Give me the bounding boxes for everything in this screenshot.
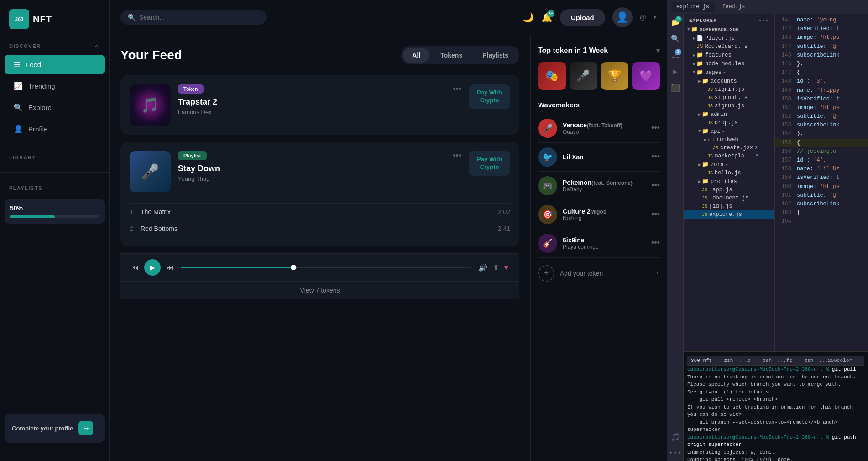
term-line-13: Enumerating objects: 9, done. bbox=[687, 449, 864, 456]
dark-mode-button[interactable]: 🌙 bbox=[523, 12, 534, 23]
vscode-menu-dots[interactable]: ••• bbox=[669, 449, 682, 457]
filter-tokens[interactable]: Tokens bbox=[431, 48, 471, 63]
search-input[interactable] bbox=[139, 14, 259, 21]
player-progress[interactable] bbox=[181, 267, 471, 268]
vscode-extensions-icon[interactable]: ⬛ bbox=[671, 84, 680, 93]
terminal-tab-4[interactable]: ...256color bbox=[819, 358, 852, 363]
vscode-run-icon[interactable]: ▶ bbox=[673, 67, 678, 76]
exp-item-accounts[interactable]: ▶ 📁 accounts bbox=[684, 77, 774, 85]
wm-menu-6ix9ine[interactable]: ••• bbox=[651, 238, 660, 248]
view-tokens-bar: View 7 tokens bbox=[120, 281, 519, 299]
exp-item-signup[interactable]: ▶ JS signup.js bbox=[684, 102, 774, 110]
search-icon: 🔍 bbox=[128, 14, 136, 21]
vscode-git-icon[interactable]: ⎇ 2 bbox=[671, 51, 680, 60]
exp-item-create[interactable]: ▶ JS create.jsx 3 bbox=[684, 144, 774, 152]
token-thumb-1[interactable]: 🎭 bbox=[538, 62, 566, 90]
exp-item-document[interactable]: ▶ JS _document.js bbox=[684, 194, 774, 202]
card-menu-playlist[interactable]: ••• bbox=[453, 151, 461, 161]
sidebar-item-explore[interactable]: 🔍 Explore bbox=[5, 98, 105, 117]
vscode-explorer-tree: EXPLORER ••• ▼ 📁 SUPERHACK-360 ▶ 📄 Playe… bbox=[684, 14, 775, 351]
exp-item-id[interactable]: ▶ JS [id].js bbox=[684, 202, 774, 210]
exp-item-api[interactable]: ▼ 📁 api ● bbox=[684, 127, 774, 136]
wm-sub-pokemon: DaBaby bbox=[563, 186, 646, 193]
exp-item-app[interactable]: ▶ JS _app.js bbox=[684, 186, 774, 194]
add-token-row[interactable]: + Add your token → bbox=[538, 265, 660, 282]
avatar[interactable]: 👤 bbox=[612, 7, 633, 27]
vscode-avatar-icon[interactable]: 🎵 bbox=[671, 433, 680, 442]
exp-item-features[interactable]: ▶ 📁 features bbox=[684, 51, 774, 59]
wm-info-culture2: Culture 2Migos Nothing bbox=[563, 208, 646, 221]
exp-item-signin[interactable]: ▶ JS signin.js bbox=[684, 85, 774, 94]
notification-button[interactable]: 🔔 6+ bbox=[541, 12, 553, 23]
filter-playlists[interactable]: Playlists bbox=[473, 48, 518, 63]
token-thumb-4[interactable]: 💜 bbox=[632, 62, 660, 90]
progress-container: 50% bbox=[5, 199, 105, 224]
track-item-1[interactable]: 1 The Matrix 2:02 bbox=[130, 203, 510, 220]
exp-item-profiles[interactable]: ▶ 📁 profiles bbox=[684, 177, 774, 186]
vscode-tab-feed[interactable]: feed.js bbox=[716, 2, 750, 12]
top-token-dropdown[interactable]: ▾ bbox=[656, 46, 660, 55]
logo: 360 NFT bbox=[0, 9, 109, 43]
exp-item-zora[interactable]: ▶ 📁 zora ● bbox=[684, 160, 774, 169]
exp-item-pages[interactable]: ▼ 📁 pages ● bbox=[684, 68, 774, 77]
dropdown-arrow-icon[interactable]: ▾ bbox=[654, 14, 656, 21]
card-title-stayd: Stay Down bbox=[178, 164, 445, 173]
complete-profile-button[interactable]: → bbox=[78, 421, 93, 435]
exp-item-marketplace[interactable]: ▶ JS marketpla... 5 bbox=[684, 152, 774, 160]
search-box[interactable]: 🔍 bbox=[120, 10, 267, 25]
card-thumbnail-stayd bbox=[130, 151, 171, 192]
explorer-project[interactable]: ▼ 📁 SUPERHACK-360 bbox=[684, 25, 774, 34]
exp-item-signout[interactable]: ▶ JS signout.js bbox=[684, 94, 774, 102]
exp-item-routeguard[interactable]: ▶ JS RouteGuard.js bbox=[684, 42, 774, 51]
exp-item-drop[interactable]: ▶ JS drop.js bbox=[684, 119, 774, 127]
player-share-button[interactable]: ⬆ bbox=[493, 263, 499, 272]
wm-menu-versace[interactable]: ••• bbox=[651, 123, 660, 133]
player-track[interactable] bbox=[181, 267, 471, 268]
player-prev-button[interactable]: ⏮ bbox=[131, 263, 139, 272]
complete-profile-text: Complete your profile bbox=[12, 425, 73, 432]
top-token-header: Top token in 1 Week ▾ bbox=[538, 46, 660, 55]
topbar: 🔍 🌙 🔔 6+ Upload 👤 @ ▾ bbox=[110, 0, 667, 35]
vscode-search-icon[interactable]: 🔍 bbox=[671, 34, 680, 43]
sidebar-item-profile[interactable]: 👤 Profile bbox=[5, 119, 105, 139]
wm-menu-culture2[interactable]: ••• bbox=[651, 210, 660, 219]
code-line-161: 161subtitle: '@ bbox=[775, 191, 868, 200]
terminal-tab-label[interactable]: 360-nft — -zsh bbox=[691, 358, 733, 363]
vscode-tab-explore[interactable]: explore.js bbox=[671, 2, 715, 12]
track-item-2[interactable]: 2 Red Bottoms 2:41 bbox=[130, 220, 510, 237]
wm-menu-lilxan[interactable]: ••• bbox=[651, 152, 660, 162]
player-volume-button[interactable]: 🔊 bbox=[478, 263, 487, 272]
token-thumb-3[interactable]: 🏆 bbox=[601, 62, 629, 90]
term-line-2: There is no tracking information for the… bbox=[687, 373, 864, 381]
wavemaker-6ix9ine: 🎸 6ix9ine Playa conmigo ••• bbox=[538, 229, 660, 258]
player-heart-button[interactable]: ♥ bbox=[504, 263, 509, 272]
wm-menu-pokemon[interactable]: ••• bbox=[651, 181, 660, 190]
filter-all[interactable]: All bbox=[403, 48, 429, 63]
term-line-6: git pull <remote> <branch> bbox=[687, 396, 864, 403]
sidebar-item-trending[interactable]: 📈 Trending bbox=[5, 76, 105, 96]
track-dur-1: 2:02 bbox=[498, 208, 510, 215]
upload-button[interactable]: Upload bbox=[560, 9, 605, 26]
token-thumb-2[interactable]: 🎤 bbox=[570, 62, 597, 90]
pay-crypto-token[interactable]: Pay WithCrypto bbox=[469, 84, 510, 109]
player-play-button[interactable]: ▶ bbox=[144, 259, 161, 276]
pay-crypto-playlist[interactable]: Pay WithCrypto bbox=[469, 151, 510, 176]
wm-avatar-versace: 🎤 bbox=[538, 119, 557, 138]
exp-item-nodemodules[interactable]: ▶ 📁 node_modules bbox=[684, 59, 774, 68]
exp-item-hello[interactable]: ▶ JS hello.js bbox=[684, 169, 774, 177]
explore-icon: 🔍 bbox=[14, 103, 23, 112]
card-menu-token[interactable]: ••• bbox=[453, 84, 461, 94]
terminal-tab-2[interactable]: ...p — -zsh bbox=[738, 358, 772, 363]
exp-item-player[interactable]: ▶ 📄 Player.js bbox=[684, 34, 774, 42]
content-area: Your Feed All Tokens Playlists Token Tra… bbox=[110, 35, 667, 461]
sidebar-item-feed[interactable]: ☰ Feed bbox=[5, 55, 105, 74]
view-tokens-button[interactable]: View 7 tokens bbox=[300, 287, 340, 294]
terminal-tab-3[interactable]: ...ft — -zsh bbox=[777, 358, 813, 363]
exp-item-thirdweb[interactable]: ▶ ✦ thirdweb bbox=[684, 136, 774, 144]
exp-item-explore[interactable]: ▶ JS explore.js bbox=[684, 210, 774, 219]
player-next-button[interactable]: ⏭ bbox=[166, 263, 173, 272]
code-line-162: 162subscribeLink bbox=[775, 200, 868, 209]
explorer-menu-dots[interactable]: ••• bbox=[758, 18, 769, 23]
exp-item-admin[interactable]: ▶ 📁 admin bbox=[684, 110, 774, 119]
vscode-explorer-icon[interactable]: 📁 9 bbox=[671, 18, 680, 27]
